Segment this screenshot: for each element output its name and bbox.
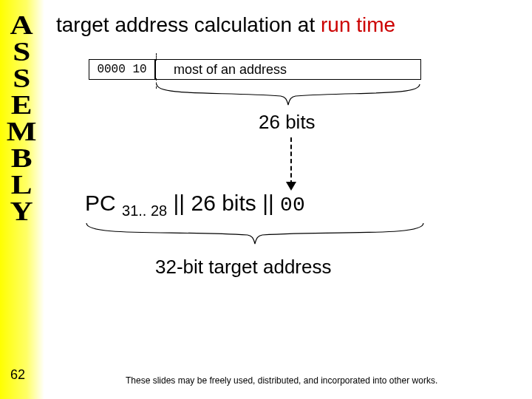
dash-divider-up — [156, 53, 157, 61]
bits26-label: 26 bits — [259, 111, 316, 134]
opcode-box: 0000 10 — [89, 59, 155, 80]
brace-26bits — [155, 83, 421, 112]
sidebar-gradient: ASSEMBLY — [0, 0, 44, 399]
arrow-head-icon — [286, 182, 296, 191]
expr-mid: || 26 bits || — [167, 191, 280, 215]
title-runtime: run time — [321, 13, 395, 36]
title-prefix: target address calculation — [56, 13, 298, 36]
expr-pc: PC — [85, 191, 122, 215]
sidebar-title: ASSEMBLY — [3, 10, 40, 223]
arrow-shaft — [290, 137, 292, 185]
target-address-label: 32-bit target address — [155, 256, 331, 279]
slide-content: target address calculation at run time 0… — [44, 0, 532, 399]
brace-32bit — [85, 222, 425, 251]
expr-suffix: 00 — [280, 194, 305, 216]
slide-number: 62 — [10, 367, 25, 383]
title-at: at — [298, 13, 321, 36]
address-box: most of an address — [155, 59, 421, 80]
footer-text: These slides may be freely used, distrib… — [126, 375, 437, 386]
slide-title: target address calculation at run time — [56, 13, 395, 37]
expr-subscript: 31.. 28 — [122, 202, 167, 219]
concat-expression: PC 31.. 28 || 26 bits || 00 — [85, 191, 305, 219]
